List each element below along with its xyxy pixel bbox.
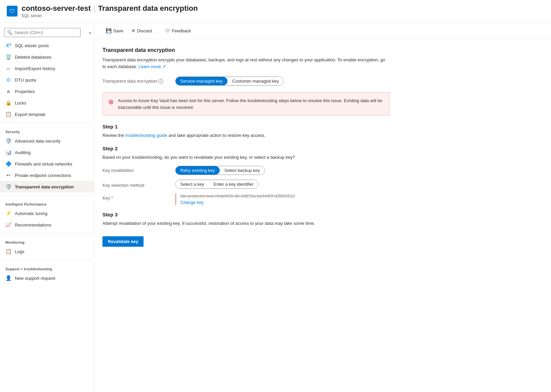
search-input[interactable] bbox=[14, 30, 78, 35]
tde-icon: 🛡️ bbox=[5, 184, 11, 190]
sidebar-item-label: Export template bbox=[15, 112, 45, 117]
header-title-block: contoso-server-test | Transparent data e… bbox=[22, 4, 198, 18]
automatic-tuning-icon: ⚡ bbox=[5, 210, 11, 216]
key-revalidation-label: Key revalidation bbox=[102, 166, 170, 173]
customer-managed-key-option[interactable]: Customer-managed key bbox=[227, 77, 284, 85]
main-layout: 🔍 « 💎 SQL elastic pools 🗑️ Deleted datab… bbox=[0, 23, 551, 392]
sidebar-item-label: Advanced data security bbox=[15, 139, 60, 144]
info-icon[interactable]: i bbox=[158, 79, 163, 84]
key-value-block: tde-protector-test-c6defe58-9b-4d876a-be… bbox=[175, 193, 295, 205]
firewalls-icon: 🔷 bbox=[5, 161, 11, 167]
save-button[interactable]: 💾 Save bbox=[102, 26, 127, 35]
sql-elastic-pools-icon: 💎 bbox=[5, 42, 11, 49]
alert-text: Access to Azure Key Vault has been lost … bbox=[118, 97, 384, 111]
troubleshooting-guide-link[interactable]: troubleshooting guide bbox=[125, 133, 169, 138]
page-title: Transparent data encryption bbox=[98, 4, 198, 13]
sidebar-item-label: Import/Export history bbox=[15, 66, 55, 71]
sidebar-item-new-support-request[interactable]: 👤 New support request bbox=[0, 272, 94, 284]
resource-type: SQL server bbox=[22, 13, 198, 18]
sidebar-item-label: Logs bbox=[15, 249, 24, 254]
sidebar-item-export-template[interactable]: 📋 Export template bbox=[0, 109, 94, 120]
change-key-link[interactable]: Change key bbox=[180, 200, 204, 205]
export-template-icon: 📋 bbox=[5, 111, 11, 117]
sidebar-item-private-endpoint-connections[interactable]: ↩ Private endpoint connections bbox=[0, 170, 94, 181]
enter-key-identifier-option[interactable]: Enter a key identifier bbox=[209, 180, 258, 188]
security-section-label: Security bbox=[0, 126, 94, 135]
sidebar-item-firewalls-virtual-networks[interactable]: 🔷 Firewalls and virtual networks bbox=[0, 158, 94, 170]
page-header: 🛡 contoso-server-test | Transparent data… bbox=[0, 0, 551, 23]
search-icon: 🔍 bbox=[7, 30, 12, 35]
logs-icon: 📋 bbox=[5, 248, 11, 254]
step1-heading: Step 1 bbox=[102, 124, 390, 129]
content-section-title: Transparent data encryption bbox=[102, 47, 390, 53]
sidebar-item-import-export-history[interactable]: ↔️ Import/Export history bbox=[0, 63, 94, 74]
svg-text:🛡: 🛡 bbox=[9, 8, 15, 14]
sidebar-item-auditing[interactable]: 📊 Auditing bbox=[0, 147, 94, 158]
sidebar-item-label: Private endpoint connections bbox=[15, 173, 71, 178]
content-area: 💾 Save ✕ Discard 🤍 Feedback Transparent … bbox=[94, 23, 551, 392]
content-body: Transparent data encryption Transparent … bbox=[94, 39, 398, 255]
step1-description: Review the troubleshooting guide and tak… bbox=[102, 132, 390, 139]
step2-heading: Step 2 bbox=[102, 146, 390, 151]
sidebar-item-sql-elastic-pools[interactable]: 💎 SQL elastic pools bbox=[0, 40, 94, 51]
feedback-label: Feedback bbox=[172, 28, 191, 33]
dtu-quota-icon: ⊙ bbox=[5, 77, 11, 83]
support-request-icon: 👤 bbox=[5, 275, 11, 281]
private-endpoint-icon: ↩ bbox=[5, 172, 11, 178]
sidebar-item-properties[interactable]: ≡ Properties bbox=[0, 86, 94, 97]
key-revalidation-row: Key revalidation Retry existing key Sele… bbox=[102, 166, 390, 175]
step2-description: Based on your troubleshooting, do you wa… bbox=[102, 154, 390, 161]
alert-error-icon: ⊗ bbox=[108, 98, 114, 106]
select-backup-key-option[interactable]: Select backup key bbox=[220, 166, 265, 175]
alert-box: ⊗ Access to Azure Key Vault has been los… bbox=[102, 92, 390, 116]
search-box[interactable]: 🔍 bbox=[4, 28, 81, 37]
sidebar-item-transparent-data-encryption[interactable]: 🛡️ Transparent data encryption bbox=[0, 181, 94, 192]
key-selection-method-label: Key selection method bbox=[102, 181, 170, 188]
properties-icon: ≡ bbox=[5, 88, 11, 94]
toolbar-separator bbox=[158, 27, 158, 34]
resource-name: contoso-server-test bbox=[22, 4, 91, 13]
sidebar-item-label: New support request bbox=[15, 276, 55, 281]
key-value-label: Key * bbox=[102, 193, 170, 201]
sidebar-item-label: Auditing bbox=[15, 150, 31, 155]
step3-description: Attempt revalidation of your existing ke… bbox=[102, 220, 390, 227]
select-a-key-option[interactable]: Select a key bbox=[176, 180, 209, 188]
sidebar-item-label: DTU quota bbox=[15, 78, 36, 83]
discard-button[interactable]: ✕ Discard bbox=[128, 26, 155, 35]
encryption-field-row: Transparent data encryption i Service-ma… bbox=[102, 77, 390, 86]
retry-existing-key-option[interactable]: Retry existing key bbox=[176, 166, 220, 175]
sidebar-item-label: Automatic tuning bbox=[15, 211, 48, 216]
auditing-icon: 📊 bbox=[5, 149, 11, 155]
sidebar-item-label: Deleted databases bbox=[15, 55, 51, 60]
service-managed-key-option[interactable]: Service-managed key bbox=[176, 77, 227, 85]
sidebar-divider-support bbox=[0, 260, 94, 260]
sidebar-item-locks[interactable]: 🔒 Locks bbox=[0, 97, 94, 109]
advanced-data-security-icon: 🛡️ bbox=[5, 138, 11, 144]
collapse-button[interactable]: « bbox=[86, 29, 94, 37]
learn-more-link[interactable]: Learn more ↗ bbox=[139, 64, 166, 69]
sidebar-divider-security bbox=[0, 123, 94, 123]
feedback-button[interactable]: 🤍 Feedback bbox=[161, 26, 194, 35]
azure-sql-icon: 🛡 bbox=[7, 6, 18, 17]
sidebar-item-label: Recommendations bbox=[15, 222, 51, 228]
save-label: Save bbox=[113, 28, 123, 33]
discard-icon: ✕ bbox=[131, 28, 135, 33]
sidebar-item-automatic-tuning[interactable]: ⚡ Automatic tuning bbox=[0, 208, 94, 219]
key-value-text: tde-protector-test-c6defe58-9b-4d876a-be… bbox=[180, 193, 295, 199]
support-section-label: Support + troubleshooting bbox=[0, 263, 94, 272]
encryption-field-label: Transparent data encryption i bbox=[102, 79, 170, 84]
key-value-row: Key * tde-protector-test-c6defe58-9b-4d8… bbox=[102, 193, 390, 205]
sidebar-item-logs[interactable]: 📋 Logs bbox=[0, 246, 94, 257]
sidebar-item-deleted-databases[interactable]: 🗑️ Deleted databases bbox=[0, 51, 94, 63]
import-export-icon: ↔️ bbox=[5, 65, 11, 71]
sidebar-item-dtu-quota[interactable]: ⊙ DTU quota bbox=[0, 74, 94, 86]
content-description: Transparent data encryption encrypts you… bbox=[102, 57, 390, 70]
sidebar-item-label: SQL elastic pools bbox=[15, 43, 49, 48]
toolbar: 💾 Save ✕ Discard 🤍 Feedback bbox=[94, 23, 551, 39]
sidebar: 🔍 « 💎 SQL elastic pools 🗑️ Deleted datab… bbox=[0, 23, 94, 392]
header-main-title: contoso-server-test | Transparent data e… bbox=[22, 4, 198, 13]
sidebar-item-advanced-data-security[interactable]: 🛡️ Advanced data security bbox=[0, 135, 94, 147]
sidebar-item-recommendations[interactable]: 📈 Recommendations bbox=[0, 219, 94, 231]
step3-heading: Step 3 bbox=[102, 212, 390, 217]
revalidate-key-button[interactable]: Revalidate key bbox=[102, 236, 144, 247]
